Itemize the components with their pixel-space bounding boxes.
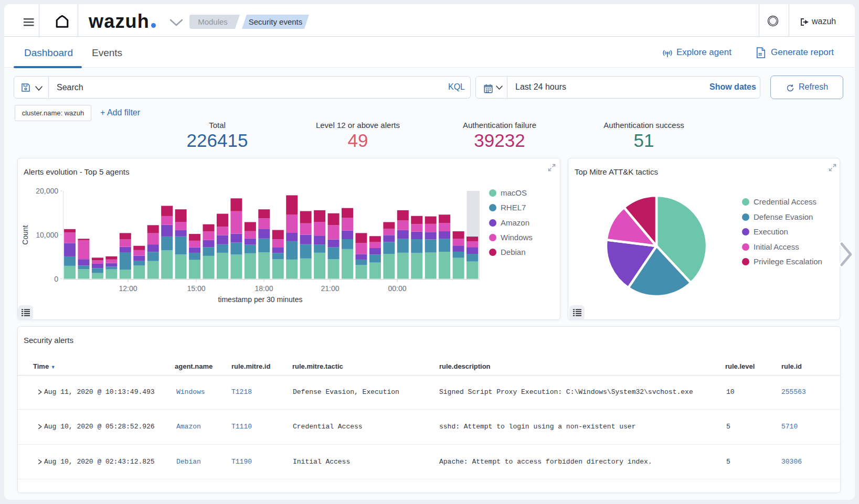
svg-text:15:00: 15:00 — [187, 284, 205, 293]
svg-text:18:00: 18:00 — [254, 284, 273, 293]
svg-text:Count: Count — [21, 225, 29, 244]
svg-text:20,000: 20,000 — [36, 187, 58, 195]
svg-text:timestamp per 30 minutes: timestamp per 30 minutes — [218, 295, 302, 304]
svg-text:12:00: 12:00 — [119, 284, 137, 293]
svg-text:10,000: 10,000 — [36, 231, 58, 239]
svg-text:00:00: 00:00 — [388, 284, 406, 293]
svg-text:0: 0 — [54, 275, 58, 283]
svg-text:21:00: 21:00 — [321, 284, 339, 293]
